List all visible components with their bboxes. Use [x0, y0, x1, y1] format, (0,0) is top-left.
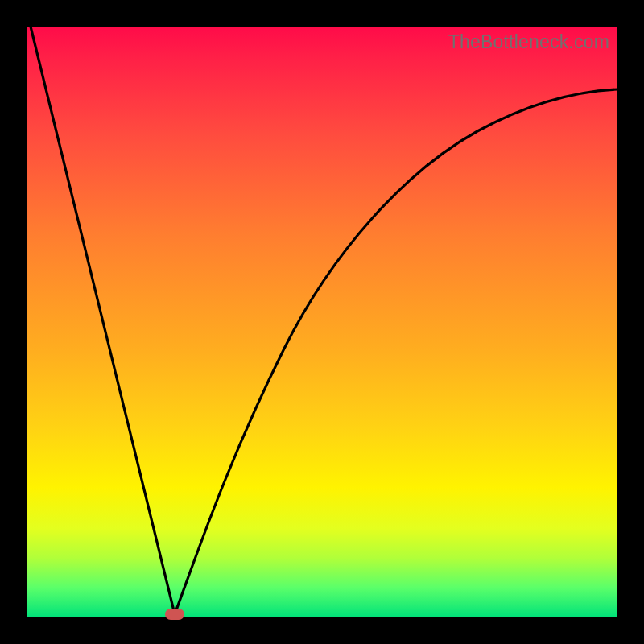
optimal-marker — [165, 609, 184, 620]
curve-path — [31, 27, 617, 614]
bottleneck-curve — [27, 27, 617, 617]
plot-area: TheBottleneck.com — [27, 27, 617, 617]
chart-frame: TheBottleneck.com — [0, 0, 644, 644]
